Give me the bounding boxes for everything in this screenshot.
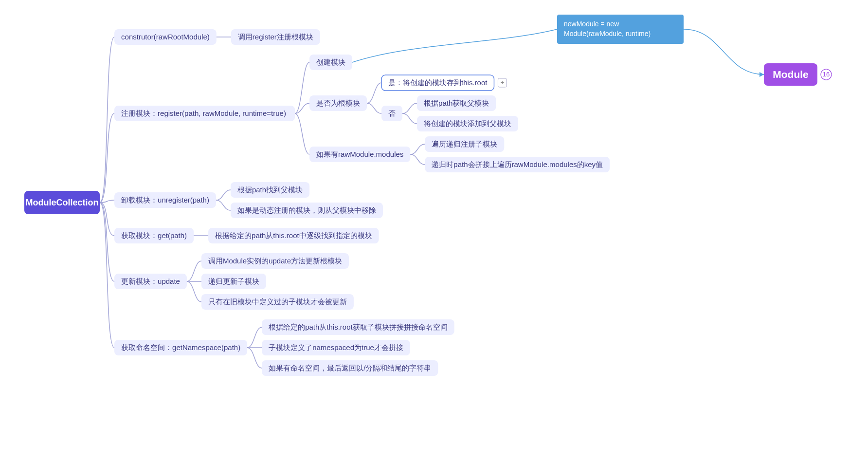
node-label: 根据给定的path从this.root中逐级找到指定的模块 (215, 231, 372, 240)
node-label: 否 (388, 109, 396, 117)
node-label: 根据给定的path从this.root获取子模块拼接拼接命名空间 (269, 323, 448, 331)
connector (295, 62, 309, 113)
connector (187, 261, 201, 281)
connector (100, 37, 114, 203)
mindmap-canvas: ModuleCollectionconstrutor(rawRootModule… (0, 0, 868, 464)
node-label: 调用register注册根模块 (238, 33, 313, 41)
connector (100, 203, 114, 348)
node-label: 遍历递归注册子模块 (432, 140, 497, 148)
connector (367, 103, 381, 113)
connector (402, 113, 417, 124)
node-label: 根据path找到父模块 (237, 186, 303, 194)
connector (216, 190, 231, 200)
connector (187, 281, 201, 302)
node-label: 创建模块 (316, 58, 345, 66)
node-label: 将创建的模块添加到父模块 (423, 119, 511, 128)
arrowhead-icon (760, 72, 764, 77)
root-label: ModuleCollection (26, 198, 99, 207)
node-label: 获取命名空间：getNamespace(path) (121, 343, 240, 352)
module-connector (684, 29, 764, 74)
node-label: 只有在旧模块中定义过的子模块才会被更新 (208, 297, 347, 306)
node-label: 递归时path会拼接上遍历rawModule.modules的key值 (432, 160, 603, 168)
connector (410, 144, 425, 154)
node-label: 递归更新子模块 (208, 277, 259, 285)
node-label: construtor(rawRootModule) (121, 33, 210, 41)
node-label: 如果有命名空间，最后返回以/分隔和结尾的字符串 (269, 364, 431, 372)
node-label: 是：将创建的模块存到this.root (388, 78, 488, 87)
connector (410, 154, 425, 165)
tooltip (557, 15, 684, 44)
node-label: 根据path获取父模块 (424, 99, 489, 107)
node-label: 注册模块：register(path, rawModule, runtime=t… (121, 109, 286, 117)
node-label: 获取模块：get(path) (121, 231, 187, 240)
connector (247, 327, 262, 348)
plus-icon: + (501, 79, 505, 86)
node-label: 更新模块：update (121, 277, 180, 285)
connector (295, 113, 309, 154)
node-label: 卸载模块：unregister(path) (121, 196, 209, 204)
node-label: 是否为根模块 (316, 99, 360, 107)
module-label: Module (773, 69, 809, 80)
connector (402, 103, 417, 113)
node-label: 如果是动态注册的模块，则从父模块中移除 (237, 206, 376, 214)
count-label: 16 (823, 71, 830, 78)
node-label: 调用Module实例的update方法更新根模块 (208, 257, 342, 265)
connector (100, 203, 114, 236)
node-label: 如果有rawModule.modules (316, 150, 403, 158)
node-label: 子模块定义了namespaced为true才会拼接 (269, 343, 403, 352)
tooltip-line2: Module(rawModule, runtime) (564, 30, 651, 37)
connector (247, 348, 262, 368)
connector (216, 200, 231, 210)
tooltip-connector (352, 29, 557, 62)
tooltip-line1: newModule = new (564, 20, 619, 28)
connector (367, 83, 381, 103)
